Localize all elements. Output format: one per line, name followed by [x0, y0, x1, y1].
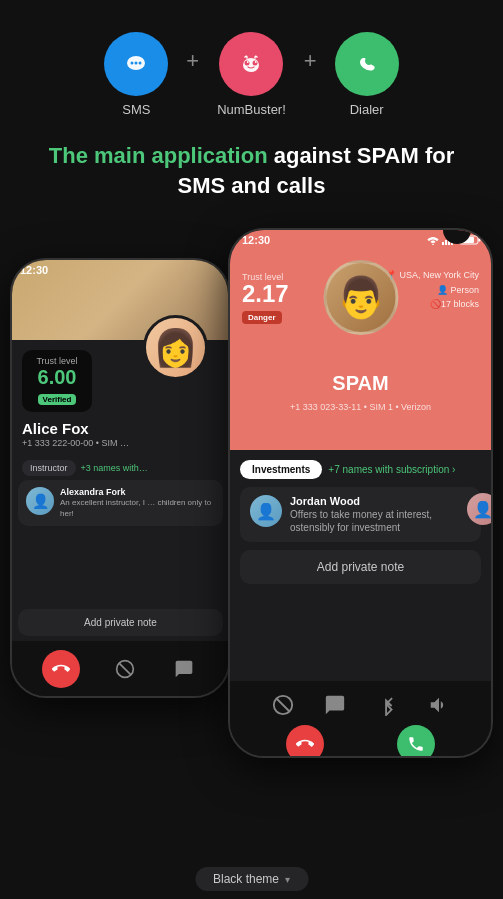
- right-bluetooth-icon[interactable]: [373, 691, 401, 719]
- left-comment-author: Alexandra Fork: [60, 487, 215, 497]
- svg-point-8: [253, 61, 258, 66]
- svg-point-7: [245, 61, 250, 66]
- right-comment-text: Jordan Wood Offers to take money at inte…: [290, 495, 471, 534]
- plus-sign-1: +: [186, 48, 199, 74]
- right-type: 👤Person: [386, 283, 479, 297]
- right-phone: 12:30: [228, 228, 493, 758]
- right-call-bar: [230, 681, 491, 756]
- tagline-text: The main application against SPAM for SM…: [24, 141, 479, 200]
- right-sms-icon[interactable]: [321, 691, 349, 719]
- left-trust-label: Trust level: [32, 356, 82, 366]
- right-comment-body: Offers to take money at interest, ostens…: [290, 508, 471, 534]
- sms-icon: [104, 32, 168, 96]
- app-icons-row: SMS + NumBuster! + Dialer: [0, 0, 503, 133]
- left-comment-avatar: 👤: [26, 487, 54, 515]
- svg-point-10: [255, 61, 257, 63]
- left-comment-box: 👤 Alexandra Fork An excellent instructor…: [18, 480, 223, 526]
- plus-sign-2: +: [304, 48, 317, 74]
- right-comment-box: 👤 Jordan Wood Offers to take money at in…: [240, 487, 481, 542]
- svg-point-3: [135, 62, 138, 65]
- end-call-icon: [296, 735, 314, 753]
- left-tag-chip: Instructor: [22, 460, 76, 476]
- right-trust-box: Trust level 2.17 Danger: [242, 272, 289, 324]
- right-tag-more[interactable]: +7 names with subscription ›: [328, 464, 455, 475]
- left-end-call-button[interactable]: [42, 650, 80, 688]
- dialer-app: Dialer: [335, 32, 399, 117]
- theme-selector[interactable]: Black theme ▾: [195, 867, 308, 891]
- right-location: 📍USA, New York City: [386, 268, 479, 282]
- svg-point-2: [131, 62, 134, 65]
- left-trust-box: Trust level 6.00 Verified: [22, 350, 92, 412]
- left-add-note[interactable]: Add private note: [18, 609, 223, 636]
- right-comment-author: Jordan Wood: [290, 495, 471, 507]
- svg-point-9: [247, 61, 249, 63]
- volume-icon-svg: [428, 694, 450, 716]
- left-tags-row: Instructor +3 names with…: [22, 460, 148, 476]
- left-contact-number: +1 333 222-00-00 • SIM …: [22, 438, 129, 448]
- left-contact-name: Alice Fox: [22, 420, 89, 437]
- right-header: Trust level 2.17 Danger 👨 📍USA, New York…: [230, 230, 491, 450]
- dialer-icon: [335, 32, 399, 96]
- message-icon-svg: [324, 694, 346, 716]
- left-status-time: 12:30: [20, 264, 48, 276]
- dialer-label: Dialer: [350, 102, 384, 117]
- right-volume-icon[interactable]: [425, 691, 453, 719]
- right-info-box: 📍USA, New York City 👤Person 🚫17 blocks: [386, 268, 479, 311]
- numb-icon: [219, 32, 283, 96]
- right-accept-call-button[interactable]: [397, 725, 435, 756]
- right-comment-avatar: 👤: [250, 495, 282, 527]
- left-phone: 12:30 Trust level 6.00 Verified 👩 Alice …: [10, 258, 230, 698]
- svg-rect-16: [445, 240, 447, 245]
- right-contact-name: SPAM: [230, 372, 491, 395]
- right-end-call-button[interactable]: [286, 725, 324, 756]
- left-trust-value: 6.00: [32, 366, 82, 388]
- left-comment-text: Alexandra Fork An excellent instructor, …: [60, 487, 215, 519]
- numb-label: NumBuster!: [217, 102, 286, 117]
- right-tags-row: Investments +7 names with subscription ›: [240, 460, 481, 479]
- svg-point-6: [243, 58, 259, 72]
- svg-line-23: [276, 699, 289, 712]
- left-comment-body: An excellent instructor, I … children on…: [60, 498, 215, 519]
- right-contact-number: +1 333 023-33-11 • SIM 1 • Verizon: [230, 402, 491, 412]
- wifi-icon: [427, 235, 439, 245]
- left-call-bar: [12, 641, 228, 696]
- right-block-icon[interactable]: [269, 691, 297, 719]
- right-phone-body: Investments +7 names with subscription ›…: [230, 450, 491, 604]
- sms-app: SMS: [104, 32, 168, 117]
- left-contact-avatar: 👩: [143, 315, 208, 380]
- right-trust-value: 2.17: [242, 282, 289, 306]
- right-call-buttons: [230, 725, 491, 756]
- numb-app: NumBuster!: [217, 32, 286, 117]
- block-icon-svg: [272, 694, 294, 716]
- left-tag-more: +3 names with…: [81, 463, 148, 473]
- svg-rect-21: [479, 239, 481, 242]
- phones-showcase: 12:30 Trust level 6.00 Verified 👩 Alice …: [0, 228, 503, 818]
- right-danger-badge: Danger: [242, 311, 282, 324]
- left-block-icon[interactable]: [111, 655, 139, 683]
- bluetooth-icon-svg: [379, 694, 395, 716]
- tagline-section: The main application against SPAM for SM…: [0, 133, 503, 224]
- left-trust-badge: Verified: [38, 394, 77, 405]
- left-sms-icon[interactable]: [170, 655, 198, 683]
- right-phone-screen: 12:30: [230, 230, 491, 756]
- svg-point-14: [432, 244, 434, 245]
- tagline-highlight: The main application: [49, 143, 268, 168]
- right-call-bar-icons: [230, 681, 491, 725]
- sms-label: SMS: [122, 102, 150, 117]
- right-tag-active[interactable]: Investments: [240, 460, 322, 479]
- svg-point-11: [351, 48, 383, 80]
- svg-line-13: [119, 663, 131, 675]
- right-blocks: 🚫17 blocks: [386, 297, 479, 311]
- svg-point-4: [139, 62, 142, 65]
- right-add-note[interactable]: Add private note: [240, 550, 481, 584]
- right-status-time: 12:30: [242, 234, 270, 246]
- theme-label: Black theme: [213, 872, 279, 886]
- chevron-down-icon: ▾: [285, 874, 290, 885]
- accept-call-icon: [407, 735, 425, 753]
- svg-rect-15: [442, 242, 444, 245]
- left-phone-screen: 12:30 Trust level 6.00 Verified 👩 Alice …: [12, 260, 228, 696]
